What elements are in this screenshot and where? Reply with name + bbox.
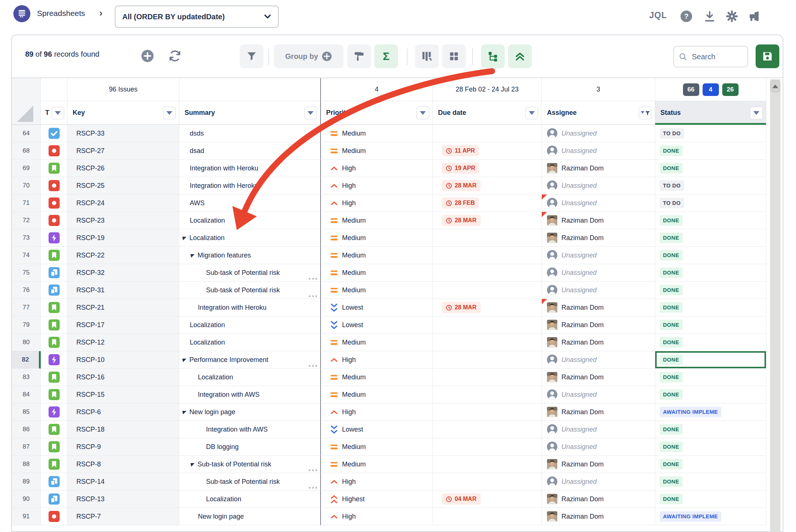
issue-key-cell[interactable]: RSCP-31 [67, 282, 179, 299]
due-date-cell[interactable] [433, 508, 542, 525]
collapse-caret-icon[interactable] [182, 357, 187, 362]
priority-cell[interactable]: High [321, 194, 433, 212]
group-by-button[interactable]: Group by [274, 44, 344, 68]
issue-type-cell[interactable] [41, 334, 67, 351]
select-all-corner[interactable] [12, 78, 41, 125]
announcements-button[interactable] [747, 9, 761, 23]
column-menu-button[interactable] [52, 107, 64, 119]
issue-key-cell[interactable]: RSCP-18 [67, 421, 179, 438]
assignee-cell[interactable]: Unassigned [542, 282, 655, 299]
due-date-cell[interactable]: 28 FEB [433, 194, 542, 212]
status-cell[interactable]: DONE [655, 351, 766, 369]
row-number[interactable]: 88 [12, 456, 41, 473]
assignee-cell[interactable]: Raziman Dom [542, 508, 655, 525]
issue-key-cell[interactable]: RSCP-12 [67, 334, 179, 351]
priority-cell[interactable]: Lowest [321, 421, 433, 438]
due-date-cell[interactable] [433, 334, 542, 351]
row-number[interactable]: 70 [12, 177, 41, 194]
issue-type-cell[interactable] [41, 194, 67, 212]
issue-type-cell[interactable] [41, 229, 67, 247]
issue-type-cell[interactable] [41, 369, 67, 386]
status-cell[interactable]: TO DO [655, 125, 766, 142]
status-cell[interactable]: AWAITING IMPLEME [655, 403, 766, 421]
issue-key-cell[interactable]: RSCP-14 [67, 473, 179, 491]
column-menu-button[interactable] [304, 107, 317, 119]
save-button[interactable] [756, 44, 779, 68]
due-date-cell[interactable] [433, 316, 542, 334]
priority-cell[interactable]: Medium [321, 456, 433, 473]
summary-cell[interactable]: Sub-task of Potential risk [179, 264, 321, 282]
assignee-cell[interactable]: Raziman Dom [542, 491, 655, 508]
row-number[interactable]: 64 [12, 125, 41, 142]
vertical-scrollbar[interactable] [770, 79, 780, 532]
due-date-cell[interactable] [433, 386, 542, 403]
status-cell[interactable]: DONE [655, 142, 766, 160]
status-cell[interactable]: DONE [655, 369, 766, 386]
column-header-priority[interactable]: Priority [321, 101, 433, 125]
issue-type-cell[interactable] [41, 247, 67, 264]
issue-type-cell[interactable] [41, 177, 67, 194]
issue-key-cell[interactable]: RSCP-25 [67, 177, 179, 194]
due-date-cell[interactable] [433, 421, 542, 438]
assignee-cell[interactable]: Unassigned [542, 125, 655, 142]
assignee-cell[interactable]: Raziman Dom [542, 316, 655, 334]
spreadsheets-app-icon[interactable] [13, 5, 30, 22]
due-date-cell[interactable] [433, 229, 542, 247]
status-cell[interactable]: AWAITING IMPLEME [655, 508, 766, 525]
column-header-summary[interactable]: Summary [179, 101, 321, 125]
assignee-cell[interactable]: Unassigned [542, 351, 655, 369]
summary-cell[interactable]: Sub-task of Potential risk [179, 456, 321, 473]
summary-cell[interactable]: Localization [179, 334, 321, 351]
tree-view-button[interactable] [481, 44, 505, 68]
row-number[interactable]: 79 [12, 316, 41, 334]
assignee-cell[interactable]: Unassigned [542, 438, 655, 456]
summary-cell[interactable]: New login page [179, 508, 321, 525]
row-number[interactable]: 76 [12, 282, 41, 299]
summary-cell[interactable]: Integration with Heroku [179, 160, 321, 177]
status-cell[interactable]: DONE [655, 491, 766, 508]
issue-type-cell[interactable] [41, 421, 67, 438]
saved-view-selector[interactable]: All (ORDER BY updatedDate) [115, 6, 279, 28]
column-menu-button[interactable] [163, 107, 176, 119]
assignee-cell[interactable]: Raziman Dom [542, 456, 655, 473]
status-cell[interactable]: DONE [655, 438, 766, 456]
row-number[interactable]: 72 [12, 212, 41, 229]
due-date-cell[interactable]: 11 APR [433, 142, 542, 160]
column-header-type[interactable]: T [41, 101, 67, 125]
priority-cell[interactable]: High [321, 508, 433, 525]
jql-button[interactable]: JQL [649, 10, 667, 20]
priority-cell[interactable]: Medium [321, 282, 433, 299]
priority-cell[interactable]: Highest [321, 491, 433, 508]
issue-type-cell[interactable] [41, 438, 67, 456]
priority-cell[interactable]: High [321, 473, 433, 491]
settings-button[interactable] [725, 9, 739, 23]
due-date-cell[interactable] [433, 351, 542, 369]
summary-cell[interactable]: Localization [179, 369, 321, 386]
issue-key-cell[interactable]: RSCP-6 [67, 403, 179, 421]
status-cell[interactable]: DONE [655, 212, 766, 229]
due-date-cell[interactable] [433, 369, 542, 386]
filter-button[interactable] [240, 44, 263, 68]
export-button[interactable] [703, 9, 717, 23]
columns-settings-button[interactable] [415, 44, 439, 68]
status-cell[interactable]: DONE [655, 473, 766, 491]
status-cell[interactable]: DONE [655, 229, 766, 247]
priority-cell[interactable]: Medium [321, 264, 433, 282]
summary-cell[interactable]: Integration with Heroku [179, 299, 321, 316]
row-number[interactable]: 91 [12, 508, 41, 525]
status-cell[interactable]: DONE [655, 282, 766, 299]
due-date-cell[interactable] [433, 247, 542, 264]
due-date-cell[interactable]: 19 APR [433, 160, 542, 177]
issue-key-cell[interactable]: RSCP-24 [67, 194, 179, 212]
column-filter-menu-button[interactable] [639, 107, 651, 119]
assignee-cell[interactable]: Raziman Dom [542, 212, 655, 229]
row-number[interactable]: 80 [12, 334, 41, 351]
assignee-cell[interactable]: Unassigned [542, 142, 655, 160]
collapse-caret-icon[interactable] [190, 253, 195, 258]
summary-cell[interactable]: dsds [179, 125, 321, 142]
issue-key-cell[interactable]: RSCP-16 [67, 369, 179, 386]
priority-cell[interactable]: High [321, 403, 433, 421]
assignee-cell[interactable]: Unassigned [542, 194, 655, 212]
issue-key-cell[interactable]: RSCP-7 [67, 508, 179, 525]
issue-type-cell[interactable] [41, 282, 67, 299]
